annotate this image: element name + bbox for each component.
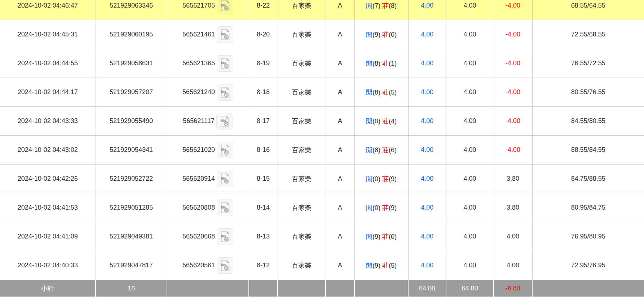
video-replay-button[interactable] — [217, 0, 233, 14]
player-result-score: (0) — [372, 175, 380, 183]
player-result-score: (9) — [372, 262, 380, 269]
bet-id: 521929055490 — [96, 107, 167, 136]
player-result-label: 閒 — [366, 118, 372, 125]
video-replay-button[interactable] — [217, 84, 233, 101]
subtotal-empty-result — [354, 280, 408, 297]
subtotal-valid-total: 64.00 — [446, 280, 494, 297]
round-id: 565620561 — [182, 262, 215, 269]
bet-id: 521929057207 — [96, 78, 167, 107]
table-row[interactable]: 2024-10-02 04:42:26 521929052722 5656209… — [0, 165, 644, 193]
round-number: 8-12 — [249, 251, 278, 280]
table-row[interactable]: 2024-10-02 04:45:31 521929060195 5656214… — [0, 20, 644, 49]
player-result-label: 閒 — [366, 262, 372, 269]
video-replay-button[interactable] — [216, 113, 233, 130]
table-row[interactable]: 2024-10-02 04:44:17 521929057207 5656212… — [0, 78, 644, 107]
win-loss: -4.00 — [494, 0, 532, 20]
table-row[interactable]: 2024-10-02 04:44:55 521929058631 5656213… — [0, 49, 644, 78]
banker-result-score: (1) — [389, 60, 397, 67]
bet-amount-link[interactable]: 4.00 — [421, 88, 433, 96]
video-replay-icon — [219, 115, 231, 127]
bet-amount-link[interactable]: 4.00 — [421, 146, 433, 153]
player-result-score: (9) — [372, 233, 380, 240]
valid-bet: 4.00 — [446, 251, 494, 280]
video-replay-button[interactable] — [217, 171, 233, 187]
banker-result-score: (5) — [389, 89, 397, 96]
round-id-cell: 565621117 — [167, 107, 249, 136]
round-number: 8-20 — [249, 20, 278, 49]
win-loss: 4.00 — [494, 222, 532, 251]
bet-amount-link[interactable]: 4.00 — [421, 262, 433, 269]
banker-result-label: 莊 — [382, 89, 389, 96]
round-number: 8-17 — [249, 107, 278, 136]
bet-time: 2024-10-02 04:41:09 — [0, 222, 96, 251]
video-replay-button[interactable] — [217, 55, 233, 72]
banker-result-label: 莊 — [382, 233, 389, 240]
bet-amount-link[interactable]: 4.00 — [421, 175, 433, 182]
bet-time: 2024-10-02 04:43:33 — [0, 107, 96, 136]
subtotal-win-loss-total: -8.80 — [494, 280, 532, 297]
video-replay-button[interactable] — [217, 228, 233, 245]
bet-amount-link[interactable]: 4.00 — [421, 233, 433, 240]
table-row[interactable]: 2024-10-02 04:40:33 521929047817 5656205… — [0, 251, 644, 280]
round-id: 565621117 — [183, 117, 214, 125]
win-loss: -4.00 — [494, 107, 532, 136]
player-result-score: (0) — [372, 204, 380, 211]
subtotal-empty-balance — [532, 280, 644, 297]
round-id-cell: 565621240 — [167, 78, 249, 107]
table-row[interactable]: 2024-10-02 04:41:53 521929051285 5656208… — [0, 193, 644, 222]
win-loss: 3.80 — [494, 165, 532, 193]
round-id-cell: 565620914 — [167, 165, 249, 193]
game-result: 閒(0) 莊(9) — [354, 165, 408, 193]
player-result-label: 閒 — [366, 204, 372, 211]
table-name: A — [326, 222, 354, 251]
bet-amount-link[interactable]: 4.00 — [421, 60, 433, 67]
win-loss: -4.00 — [494, 49, 532, 78]
game-name: 百家樂 — [278, 136, 326, 165]
game-name: 百家樂 — [278, 20, 326, 49]
bet-amount-link[interactable]: 4.00 — [421, 204, 433, 211]
table-row[interactable]: 2024-10-02 04:43:33 521929055490 5656211… — [0, 107, 644, 136]
player-result-score: (8) — [372, 89, 380, 96]
round-id: 565621020 — [182, 146, 215, 154]
win-loss: 4.00 — [494, 251, 532, 280]
banker-result-score: (9) — [389, 175, 397, 183]
bet-amount-cell: 4.00 — [408, 49, 446, 78]
banker-result-label: 莊 — [382, 175, 389, 183]
bet-amount-link[interactable]: 4.00 — [421, 2, 433, 9]
round-id-cell: 565620808 — [167, 193, 249, 222]
valid-bet: 4.00 — [446, 222, 494, 251]
valid-bet: 4.00 — [446, 0, 494, 20]
bet-time: 2024-10-02 04:46:47 — [0, 0, 96, 20]
bet-amount-link[interactable]: 4.00 — [421, 31, 433, 38]
bet-amount-link[interactable]: 4.00 — [421, 117, 433, 124]
valid-bet: 4.00 — [446, 49, 494, 78]
round-number: 8-18 — [249, 78, 278, 107]
bet-id: 521929052722 — [96, 165, 167, 193]
subtotal-empty-round — [167, 280, 249, 297]
valid-bet: 4.00 — [446, 20, 494, 49]
round-number: 8-13 — [249, 222, 278, 251]
table-row[interactable]: 2024-10-02 04:41:09 521929049381 5656206… — [0, 222, 644, 251]
table-name: A — [326, 136, 354, 165]
round-id: 565621705 — [182, 2, 215, 9]
video-replay-button[interactable] — [217, 26, 233, 43]
round-number: 8-22 — [249, 0, 278, 20]
table-row[interactable]: 2024-10-02 04:46:47 521929063346 5656217… — [0, 0, 644, 20]
video-replay-button[interactable] — [217, 257, 233, 274]
table-name: A — [326, 20, 354, 49]
bet-time: 2024-10-02 04:40:33 — [0, 251, 96, 280]
round-id-cell: 565620668 — [167, 222, 249, 251]
win-loss: 3.80 — [494, 193, 532, 222]
bet-id: 521929051285 — [96, 193, 167, 222]
banker-result-score: (5) — [389, 262, 397, 269]
player-result-score: (9) — [372, 31, 380, 38]
video-replay-button[interactable] — [217, 200, 233, 216]
bet-time: 2024-10-02 04:42:26 — [0, 165, 96, 193]
banker-result-score: (9) — [389, 204, 397, 211]
bet-amount-cell: 4.00 — [408, 20, 446, 49]
table-row[interactable]: 2024-10-02 04:43:02 521929054341 5656210… — [0, 136, 644, 165]
subtotal-bet-total: 64.00 — [408, 280, 446, 297]
round-id: 565621365 — [182, 60, 215, 67]
video-replay-button[interactable] — [217, 142, 233, 158]
bet-id: 521929058631 — [96, 49, 167, 78]
